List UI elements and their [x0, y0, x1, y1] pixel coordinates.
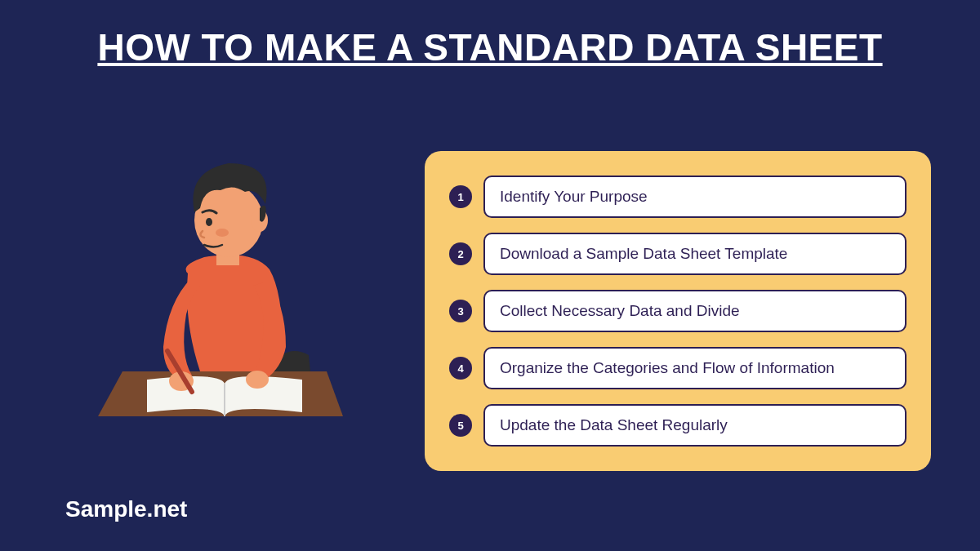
step-text: Download a Sample Data Sheet Template: [483, 233, 906, 275]
step-number-badge: 2: [449, 242, 472, 265]
step-row: 4 Organize the Categories and Flow of In…: [449, 347, 906, 389]
page-title: HOW TO MAKE A STANDARD DATA SHEET: [0, 0, 980, 72]
svg-point-6: [206, 218, 212, 226]
steps-card: 1 Identify Your Purpose 2 Download a Sam…: [425, 151, 931, 471]
step-row: 2 Download a Sample Data Sheet Template: [449, 233, 906, 275]
step-number-badge: 4: [449, 357, 472, 380]
step-number-badge: 1: [449, 185, 472, 208]
step-text: Organize the Categories and Flow of Info…: [483, 347, 906, 389]
step-row: 3 Collect Necessary Data and Divide: [449, 290, 906, 332]
step-row: 5 Update the Data Sheet Regularly: [449, 404, 906, 447]
svg-point-7: [216, 229, 229, 237]
step-text: Collect Necessary Data and Divide: [483, 290, 906, 332]
svg-point-1: [246, 371, 269, 389]
step-text: Identify Your Purpose: [483, 176, 906, 218]
step-row: 1 Identify Your Purpose: [449, 176, 906, 218]
person-writing-illustration: [82, 143, 359, 453]
step-number-badge: 5: [449, 414, 472, 437]
step-text: Update the Data Sheet Regularly: [483, 404, 906, 447]
attribution-text: Sample.net: [65, 496, 187, 522]
step-number-badge: 3: [449, 300, 472, 322]
